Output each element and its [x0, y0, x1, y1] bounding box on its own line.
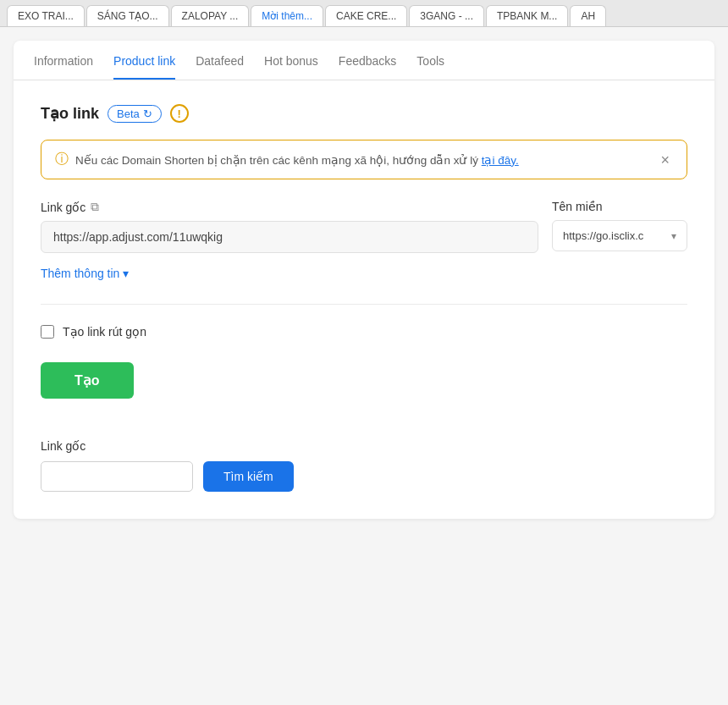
nav-tabs: InformationProduct linkDatafeedHot bonus… — [14, 41, 714, 80]
create-link-title: Tạo link — [41, 104, 99, 123]
link-goc-group: Link gốc ⧉ — [41, 200, 538, 253]
warning-close-button[interactable]: × — [657, 152, 673, 168]
ten-mien-group: Tên miền https://go.isclix.c ▾ — [552, 200, 687, 251]
browser-tab[interactable]: ZALOPAY ... — [171, 5, 250, 26]
warning-banner: ⓘ Nếu các Domain Shorten bị chặn trên cá… — [41, 140, 687, 179]
tao-button[interactable]: Tạo — [41, 362, 134, 399]
browser-tab[interactable]: CAKE CRE... — [325, 5, 407, 26]
browser-tab[interactable]: EXO TRAI... — [7, 5, 85, 26]
link-goc-input[interactable] — [41, 221, 538, 253]
warning-link[interactable]: tại đây. — [482, 154, 519, 167]
checkbox-row: Tạo link rút gọn — [41, 325, 687, 339]
browser-tab[interactable]: SÁNG TẠO... — [86, 5, 169, 26]
main-card: InformationProduct linkDatafeedHot bonus… — [14, 41, 714, 519]
browser-tab[interactable]: AH — [570, 5, 606, 26]
browser-tab[interactable]: TPBANK M... — [486, 5, 568, 26]
domain-select[interactable]: https://go.isclix.c ▾ — [552, 220, 687, 251]
create-link-heading: Tạo link Beta ↻ ! — [41, 104, 687, 123]
domain-value: https://go.isclix.c — [563, 229, 643, 242]
tim-kiem-button[interactable]: Tìm kiếm — [203, 461, 294, 492]
nav-tab-hot-bonus[interactable]: Hot bonus — [264, 41, 318, 80]
browser-tabs-bar: EXO TRAI...SÁNG TẠO...ZALOPAY ...Mời thê… — [0, 0, 728, 27]
info-circle-icon[interactable]: ! — [170, 104, 189, 123]
rut-gon-checkbox[interactable] — [41, 325, 54, 339]
beta-badge[interactable]: Beta ↻ — [108, 105, 162, 123]
divider — [41, 304, 687, 305]
beta-label: Beta — [117, 107, 140, 120]
card-body: Tạo link Beta ↻ ! ⓘ Nếu các Domain Short… — [14, 80, 714, 519]
copy-icon[interactable]: ⧉ — [91, 200, 99, 214]
refresh-icon: ↻ — [143, 107, 152, 120]
warning-text: Nếu các Domain Shorten bị chặn trên các … — [75, 153, 519, 167]
nav-tab-information[interactable]: Information — [34, 41, 93, 80]
warning-icon: ⓘ — [55, 151, 69, 168]
browser-tab[interactable]: Mời thêm... — [251, 5, 323, 26]
search-link-goc-input[interactable] — [41, 461, 193, 492]
search-section: Link gốc Tìm kiếm — [41, 432, 687, 492]
them-thong-tin-link[interactable]: Thêm thông tin ▾ — [41, 267, 687, 280]
nav-tab-feedbacks[interactable]: Feedbacks — [339, 41, 396, 80]
nav-tab-datafeed[interactable]: Datafeed — [196, 41, 244, 80]
search-row: Tìm kiếm — [41, 461, 687, 492]
browser-tab[interactable]: 3GANG - ... — [409, 5, 484, 26]
ten-mien-label: Tên miền — [552, 200, 687, 213]
warning-left: ⓘ Nếu các Domain Shorten bị chặn trên cá… — [55, 151, 519, 168]
search-link-goc-label: Link gốc — [41, 439, 687, 453]
chevron-down-icon: ▾ — [671, 230, 676, 242]
chevron-down-icon-them: ▾ — [123, 267, 129, 280]
nav-tab-product-link[interactable]: Product link — [113, 41, 175, 80]
link-goc-label: Link gốc ⧉ — [41, 200, 538, 214]
main-wrapper: InformationProduct linkDatafeedHot bonus… — [0, 27, 728, 532]
nav-tab-tools[interactable]: Tools — [416, 41, 444, 80]
link-form-row: Link gốc ⧉ Tên miền https://go.isclix.c … — [41, 200, 687, 253]
rut-gon-label: Tạo link rút gọn — [63, 325, 146, 339]
